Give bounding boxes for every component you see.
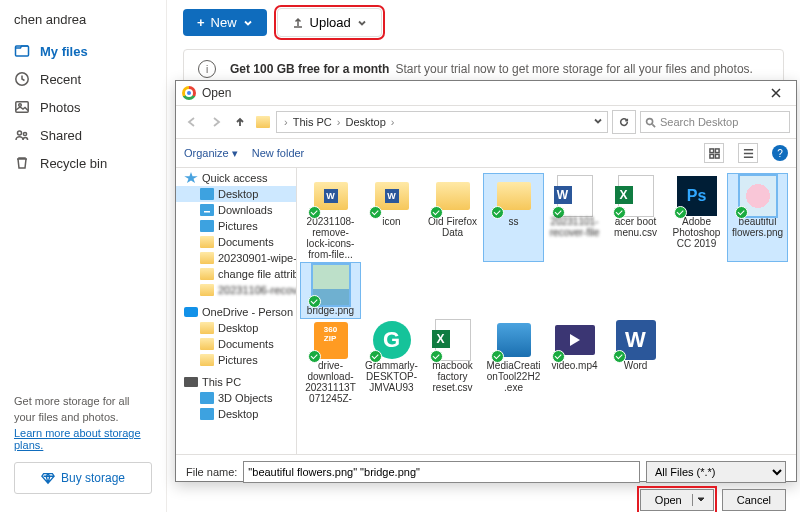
tree-od-documents[interactable]: Documents (176, 336, 296, 352)
tree-folder1[interactable]: 20230901-wipe-r (176, 250, 296, 266)
info-title: Get 100 GB free for a month (230, 62, 389, 76)
tree-pictures[interactable]: Pictures (176, 218, 296, 234)
file-item[interactable]: Old Firefox Data (423, 174, 482, 261)
info-text: Start your trial now to get more storage… (395, 62, 753, 76)
file-item[interactable]: GGrammarly-DESKTOP-JMVAU93 (362, 318, 421, 405)
folder-tree: Quick access Desktop Downloads Pictures … (176, 168, 297, 454)
tree-documents[interactable]: Documents (176, 234, 296, 250)
nav-my-files[interactable]: My files (0, 37, 166, 65)
filename-label: File name: (186, 466, 237, 478)
folder-icon (256, 116, 270, 128)
svg-point-5 (23, 132, 26, 135)
breadcrumb[interactable]: › This PC › Desktop › (276, 111, 608, 133)
filename-input[interactable] (243, 461, 640, 483)
new-button[interactable]: + New (183, 9, 267, 36)
nav-recycle[interactable]: Recycle bin (0, 149, 166, 177)
file-item[interactable]: 360ZIPdrive-download-20231113T071245Z-00… (301, 318, 360, 405)
file-item[interactable]: video.mp4 (545, 318, 604, 405)
upload-label: Upload (310, 15, 351, 30)
svg-point-4 (18, 131, 22, 135)
bc-desktop[interactable]: Desktop (345, 116, 385, 128)
tree-folder2[interactable]: change file attrib (176, 266, 296, 282)
svg-rect-9 (709, 154, 713, 158)
tree-onedrive[interactable]: OneDrive - Person (176, 304, 296, 320)
tree-pc-desktop[interactable]: Desktop (176, 406, 296, 422)
filter-select[interactable]: All Files (*.*) (646, 461, 786, 483)
files-icon (14, 43, 30, 59)
chevron-down-icon[interactable] (593, 116, 603, 128)
diamond-icon (41, 471, 55, 485)
tree-od-desktop[interactable]: Desktop (176, 320, 296, 336)
tree-3d[interactable]: 3D Objects (176, 390, 296, 406)
storage-link[interactable]: Learn more about storage plans. (14, 427, 152, 451)
chevron-down-icon (243, 18, 253, 28)
search-placeholder: Search Desktop (660, 116, 738, 128)
nav-recent[interactable]: Recent (0, 65, 166, 93)
file-item[interactable]: 20231108-remove-lock-icons-from-file... (301, 174, 360, 261)
close-button[interactable] (762, 83, 790, 103)
nav-label: Recent (40, 72, 81, 87)
file-item[interactable]: WWord (606, 318, 665, 405)
search-input[interactable]: Search Desktop (640, 111, 790, 133)
cancel-button[interactable]: Cancel (722, 489, 786, 511)
nav-up-button[interactable] (230, 112, 250, 132)
tree-thispc[interactable]: This PC (176, 374, 296, 390)
file-item[interactable]: 20231101-recover-file (545, 174, 604, 261)
plus-icon: + (197, 15, 205, 30)
new-folder-button[interactable]: New folder (252, 147, 305, 159)
storage-prompt: Get more storage for all your files and … (14, 394, 152, 425)
nav-label: Shared (40, 128, 82, 143)
file-item-selected[interactable]: beautiful flowers.png (728, 174, 787, 261)
file-item[interactable]: MediaCreationTool22H2.exe (484, 318, 543, 405)
chevron-down-icon (357, 18, 367, 28)
buy-storage-label: Buy storage (61, 471, 125, 485)
dialog-title: Open (202, 86, 231, 100)
svg-rect-2 (16, 102, 28, 112)
clock-icon (14, 71, 30, 87)
new-label: New (211, 15, 237, 30)
recycle-icon (14, 155, 30, 171)
tree-od-pictures[interactable]: Pictures (176, 352, 296, 368)
svg-rect-7 (709, 148, 713, 152)
user-name: chen andrea (0, 8, 166, 31)
svg-point-6 (647, 118, 653, 124)
tree-downloads[interactable]: Downloads (176, 202, 296, 218)
nav-shared[interactable]: Shared (0, 121, 166, 149)
upload-icon (292, 17, 304, 29)
nav-back-button[interactable] (182, 112, 202, 132)
sidebar: chen andrea My files Recent Photos Share… (0, 0, 167, 512)
nav-photos[interactable]: Photos (0, 93, 166, 121)
view-thumbs-button[interactable] (704, 143, 724, 163)
file-item[interactable]: ss (484, 174, 543, 261)
info-icon: i (198, 60, 216, 78)
help-button[interactable]: ? (772, 145, 788, 161)
nav-forward-button[interactable] (206, 112, 226, 132)
chevron-down-icon[interactable] (692, 494, 709, 506)
file-item[interactable]: macbook factory reset.csv (423, 318, 482, 405)
upload-button[interactable]: Upload (277, 8, 382, 37)
tree-folder3[interactable]: 20231106-recov (176, 282, 296, 298)
tree-desktop[interactable]: Desktop (176, 186, 296, 202)
search-icon (645, 117, 656, 128)
chrome-icon (182, 86, 196, 100)
file-item[interactable]: acer boot menu.csv (606, 174, 665, 261)
open-dialog: Open › This PC › Desktop › (175, 80, 797, 482)
photos-icon (14, 99, 30, 115)
organize-button[interactable]: Organize ▾ (184, 147, 238, 160)
file-item[interactable]: PsAdobe Photoshop CC 2019 (667, 174, 726, 261)
nav-label: My files (40, 44, 88, 59)
shared-icon (14, 127, 30, 143)
bc-thispc[interactable]: This PC (293, 116, 332, 128)
file-item-selected[interactable]: bridge.png (301, 263, 360, 318)
refresh-button[interactable] (612, 110, 636, 134)
nav-label: Recycle bin (40, 156, 107, 171)
svg-rect-10 (715, 154, 719, 158)
svg-point-3 (19, 104, 22, 107)
open-button[interactable]: Open (640, 489, 714, 511)
buy-storage-button[interactable]: Buy storage (14, 462, 152, 494)
file-list: 20231108-remove-lock-icons-from-file... … (297, 168, 796, 454)
view-list-button[interactable] (738, 143, 758, 163)
file-item[interactable]: icon (362, 174, 421, 261)
nav-label: Photos (40, 100, 80, 115)
tree-quick-access[interactable]: Quick access (176, 170, 296, 186)
